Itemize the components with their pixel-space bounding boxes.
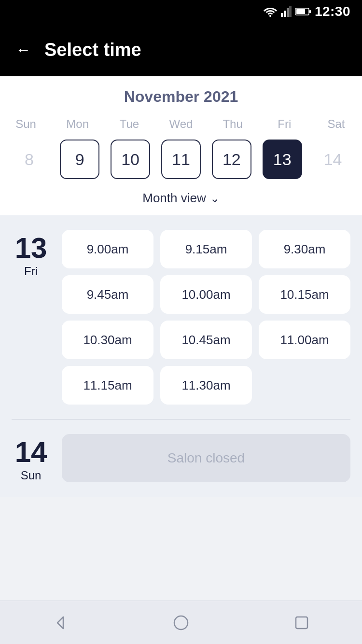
month-year-label: November 2021 <box>0 88 362 106</box>
nav-back-button[interactable] <box>50 612 71 633</box>
weekday-mon: Mon <box>52 115 103 133</box>
svg-rect-6 <box>296 9 305 14</box>
svg-rect-1 <box>284 11 286 17</box>
day-14-number: 14 <box>15 438 47 467</box>
day-13-block: 13 Fri 9.00am 9.15am 9.30am 9.45am 10.00… <box>12 230 350 405</box>
time-slot-1100am[interactable]: 11.00am <box>259 321 350 359</box>
time-slot-1030am[interactable]: 10.30am <box>62 321 153 359</box>
wifi-icon <box>264 6 277 17</box>
nav-home-button[interactable] <box>170 612 192 633</box>
day-cell-12[interactable]: 12 <box>206 137 257 182</box>
day-button-9[interactable]: 9 <box>60 140 99 179</box>
day-cell-14: 14 <box>307 137 358 182</box>
day-button-11[interactable]: 11 <box>161 140 201 179</box>
day-button-13[interactable]: 13 <box>263 140 302 179</box>
day-divider <box>12 419 350 420</box>
day-14-name: Sun <box>21 469 42 482</box>
weekday-sat: Sat <box>310 115 362 133</box>
chevron-down-icon: ⌄ <box>210 192 220 205</box>
weekdays-row: Sun Mon Tue Wed Thu Fri Sat <box>0 115 362 133</box>
time-slot-1045am[interactable]: 10.45am <box>160 321 252 359</box>
svg-marker-7 <box>57 617 63 629</box>
day-14-block: 14 Sun Salon closed <box>12 434 350 482</box>
time-slot-945am[interactable]: 9.45am <box>62 275 153 314</box>
bottom-nav <box>0 601 362 644</box>
weekday-thu: Thu <box>207 115 259 133</box>
day-cell-13[interactable]: 13 <box>257 137 307 182</box>
day-button-14: 14 <box>313 140 353 179</box>
timeslots-section: 13 Fri 9.00am 9.15am 9.30am 9.45am 10.00… <box>0 215 362 497</box>
page-title: Select time <box>44 40 141 60</box>
salon-closed-label: Salon closed <box>167 450 245 466</box>
month-view-label: Month view <box>142 191 206 206</box>
time-slot-1130am[interactable]: 11.30am <box>160 366 252 405</box>
status-bar: 12:30 <box>0 0 362 23</box>
weekday-sun: Sun <box>0 115 52 133</box>
day-cell-11[interactable]: 11 <box>156 137 207 182</box>
salon-closed-box: Salon closed <box>62 434 350 482</box>
time-slot-930am[interactable]: 9.30am <box>259 230 350 268</box>
status-time: 12:30 <box>315 4 350 19</box>
day-13-label: 13 Fri <box>12 230 50 405</box>
day-cell-9[interactable]: 9 <box>55 137 105 182</box>
day-13-number: 13 <box>15 234 47 263</box>
time-slot-1000am[interactable]: 10.00am <box>160 275 252 314</box>
weekday-fri: Fri <box>259 115 310 133</box>
day-14-label: 14 Sun <box>12 434 50 482</box>
svg-rect-5 <box>309 10 311 13</box>
back-button[interactable]: ← <box>15 41 31 59</box>
weekday-tue: Tue <box>103 115 155 133</box>
calendar-section: November 2021 Sun Mon Tue Wed Thu Fri Sa… <box>0 76 362 215</box>
day-button-10[interactable]: 10 <box>111 140 150 179</box>
svg-rect-2 <box>287 8 289 17</box>
nav-recents-button[interactable] <box>291 612 312 633</box>
svg-point-8 <box>174 616 188 630</box>
signal-icon <box>281 6 292 17</box>
day-13-name: Fri <box>24 265 38 278</box>
day-cell-8: 8 <box>4 137 55 182</box>
svg-rect-9 <box>296 617 307 629</box>
days-row: 8 9 10 11 12 13 14 <box>0 137 362 182</box>
time-slot-1115am[interactable]: 11.15am <box>62 366 153 405</box>
time-slot-900am[interactable]: 9.00am <box>62 230 153 268</box>
battery-icon <box>295 7 311 16</box>
time-slot-915am[interactable]: 9.15am <box>160 230 252 268</box>
svg-rect-3 <box>289 6 292 17</box>
day-button-12[interactable]: 12 <box>212 140 251 179</box>
weekday-wed: Wed <box>155 115 207 133</box>
time-slot-1015am[interactable]: 10.15am <box>259 275 350 314</box>
status-icons: 12:30 <box>264 4 350 19</box>
svg-rect-0 <box>281 13 283 17</box>
day-cell-10[interactable]: 10 <box>105 137 156 182</box>
header: ← Select time <box>0 23 362 76</box>
day-13-slots-grid: 9.00am 9.15am 9.30am 9.45am 10.00am 10.1… <box>62 230 350 405</box>
month-view-toggle[interactable]: Month view ⌄ <box>0 182 362 215</box>
day-button-8: 8 <box>9 140 49 179</box>
